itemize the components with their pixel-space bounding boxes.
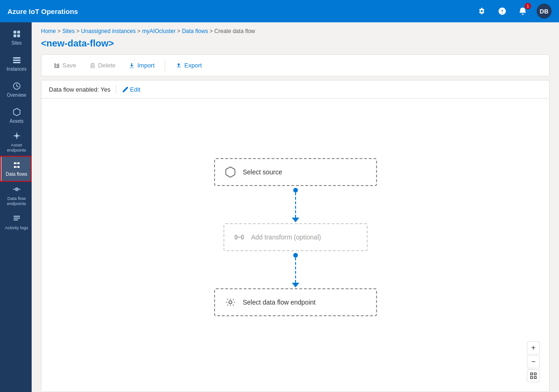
status-text: Data flow enabled: Yes [49,86,110,93]
breadcrumb-sites[interactable]: Sites [62,28,75,34]
avatar[interactable]: DB [537,4,552,19]
status-separator [116,85,116,93]
assets-icon [12,107,21,117]
svg-rect-11 [13,218,20,219]
content-area: Home > Sites > Unassigned instances > my… [32,22,559,392]
sidebar: Sites Instances Overview Assets Asset en… [0,22,32,392]
connector-arrow-1 [292,218,299,222]
notifications-icon[interactable]: 1 [516,5,529,18]
settings-icon[interactable] [475,5,488,18]
sidebar-label-data-flow-endpoints: Data flow endpoints [3,196,30,206]
svg-rect-3 [17,34,20,37]
svg-rect-6 [13,62,20,63]
svg-rect-20 [534,377,536,379]
connector-line-1 [295,193,296,218]
svg-rect-18 [534,373,536,375]
connector-dot-2 [293,253,298,258]
overview-icon [12,81,21,91]
sidebar-label-data-flows: Data flows [6,172,27,177]
connector-dot-1 [293,188,298,193]
sidebar-item-instances[interactable]: Instances [0,50,32,76]
asset-endpoints-icon [12,131,21,140]
sidebar-label-instances: Instances [7,66,27,72]
flow-nodes: Select source Add transform (optional) [214,158,377,316]
topbar-icons: 1 DB [475,4,552,19]
save-button[interactable]: Save [49,60,81,71]
toolbar-card: Save Delete Import Export [41,54,550,76]
export-icon [175,62,182,69]
svg-rect-5 [13,60,20,61]
edit-button[interactable]: Edit [122,86,140,93]
breadcrumb-dataflows[interactable]: Data flows [182,28,208,34]
zoom-out-button[interactable]: − [527,355,540,368]
status-bar: Data flow enabled: Yes Edit [41,80,549,99]
import-button[interactable]: Import [124,60,159,71]
page-title: <new-data-flow> [32,36,559,54]
zoom-reset-button[interactable] [527,369,540,382]
data-flow-endpoints-icon [12,185,21,194]
sites-icon [12,29,21,39]
sidebar-item-activity-logs[interactable]: Activity logs [0,209,32,235]
main-layout: Sites Instances Overview Assets Asset en… [0,22,559,392]
export-button[interactable]: Export [171,60,207,71]
source-node[interactable]: Select source [214,158,377,186]
data-flows-icon [12,160,21,170]
sidebar-item-sites[interactable]: Sites [0,24,32,50]
topbar: Azure IoT Operations 1 DB [0,0,559,22]
zoom-in-button[interactable]: + [527,341,540,354]
svg-rect-2 [13,34,16,37]
breadcrumb-current: Create data flow [215,28,255,34]
svg-rect-19 [531,377,532,379]
save-icon [54,62,60,69]
svg-point-9 [15,187,19,191]
svg-rect-17 [531,373,532,375]
delete-icon [89,62,96,69]
zoom-reset-icon [530,372,537,379]
sidebar-label-overview: Overview [7,93,27,98]
connector-2 [292,251,299,288]
breadcrumb: Home > Sites > Unassigned instances > my… [32,22,559,36]
sidebar-item-overview[interactable]: Overview [0,76,32,102]
activity-logs-icon [12,214,21,223]
source-icon [224,166,236,178]
breadcrumb-sep4: > [177,28,182,34]
import-icon [128,62,135,69]
breadcrumb-sep2: > [76,28,81,34]
notification-count: 1 [525,3,531,9]
delete-button[interactable]: Delete [85,60,121,71]
transform-label: Add transform (optional) [251,233,321,241]
breadcrumb-sep5: > [209,28,214,34]
sidebar-item-data-flows[interactable]: Data flows [0,156,32,182]
svg-rect-12 [13,219,18,220]
sidebar-item-asset-endpoints[interactable]: Asset endpoints [0,128,32,156]
sidebar-label-sites: Sites [11,40,21,46]
instances-icon [12,55,21,65]
svg-rect-13 [235,235,237,239]
connector-arrow-2 [292,283,299,287]
endpoint-icon [224,296,236,308]
source-label: Select source [243,168,283,176]
transform-icon [234,232,245,243]
zoom-controls: + − [527,341,540,382]
breadcrumb-cluster[interactable]: myAIOcluster [142,28,175,34]
help-icon[interactable] [496,5,509,18]
breadcrumb-home[interactable]: Home [41,28,56,34]
sidebar-item-data-flow-endpoints[interactable]: Data flow endpoints [0,182,32,209]
svg-rect-14 [242,235,243,239]
connector-line-2 [295,258,296,283]
edit-icon [122,86,128,93]
endpoint-node[interactable]: Select data flow endpoint [214,288,377,316]
svg-rect-1 [17,31,20,33]
sidebar-label-asset-endpoints: Asset endpoints [3,142,30,153]
svg-rect-0 [13,31,16,33]
svg-point-16 [229,301,232,304]
breadcrumb-sep3: > [137,28,142,34]
flow-card: Data flow enabled: Yes Edit Select sourc… [41,80,550,392]
sidebar-item-assets[interactable]: Assets [0,102,32,128]
sidebar-label-assets: Assets [9,119,23,124]
toolbar-separator [165,60,165,71]
sidebar-label-activity-logs: Activity logs [5,225,28,230]
connector-1 [292,186,299,223]
breadcrumb-unassigned[interactable]: Unassigned instances [81,28,135,34]
transform-node[interactable]: Add transform (optional) [223,223,368,251]
